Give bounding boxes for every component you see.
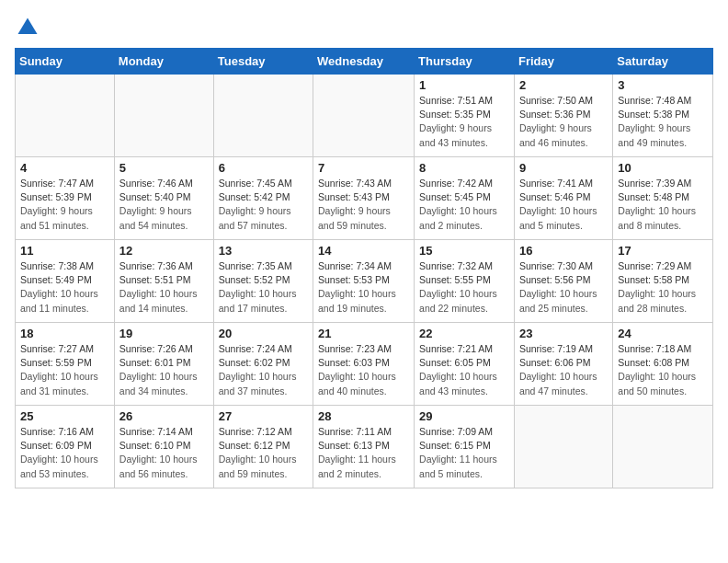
day-number: 22 (419, 327, 509, 340)
day-number: 17 (618, 244, 708, 258)
day-info: Sunrise: 7:41 AMSunset: 5:46 PMDaylight:… (519, 177, 608, 233)
day-info: Sunrise: 7:51 AMSunset: 5:35 PMDaylight:… (419, 94, 509, 150)
day-number: 21 (318, 327, 409, 340)
day-number: 29 (419, 409, 509, 423)
day-number: 18 (20, 327, 109, 340)
day-number: 1 (419, 78, 509, 92)
weekday-header-friday: Friday (514, 49, 612, 75)
calendar-cell: 16Sunrise: 7:30 AMSunset: 5:56 PMDayligh… (514, 240, 612, 323)
day-number: 4 (20, 161, 109, 175)
weekday-header-row: SundayMondayTuesdayWednesdayThursdayFrid… (16, 49, 713, 75)
day-number: 27 (219, 409, 308, 423)
day-number: 14 (318, 244, 409, 258)
day-number: 15 (419, 244, 509, 258)
calendar-cell: 21Sunrise: 7:23 AMSunset: 6:03 PMDayligh… (313, 323, 415, 406)
calendar-cell: 15Sunrise: 7:32 AMSunset: 5:55 PMDayligh… (415, 240, 515, 323)
day-number: 3 (618, 78, 708, 92)
calendar-cell: 1Sunrise: 7:51 AMSunset: 5:35 PMDaylight… (415, 75, 515, 157)
day-info: Sunrise: 7:39 AMSunset: 5:48 PMDaylight:… (618, 177, 708, 233)
day-info: Sunrise: 7:35 AMSunset: 5:52 PMDaylight:… (219, 259, 308, 316)
day-info: Sunrise: 7:27 AMSunset: 5:59 PMDaylight:… (20, 342, 109, 398)
svg-marker-0 (18, 18, 38, 35)
calendar-cell: 4Sunrise: 7:47 AMSunset: 5:39 PMDaylight… (16, 157, 115, 240)
day-info: Sunrise: 7:47 AMSunset: 5:39 PMDaylight:… (20, 177, 109, 233)
logo (15, 15, 44, 40)
day-info: Sunrise: 7:24 AMSunset: 6:02 PMDaylight:… (219, 342, 308, 398)
calendar-cell: 19Sunrise: 7:26 AMSunset: 6:01 PMDayligh… (114, 323, 213, 406)
day-info: Sunrise: 7:36 AMSunset: 5:51 PMDaylight:… (119, 259, 209, 316)
calendar-cell: 27Sunrise: 7:12 AMSunset: 6:12 PMDayligh… (213, 406, 313, 488)
day-number: 12 (119, 244, 209, 258)
calendar-cell (514, 406, 612, 488)
calendar-cell: 18Sunrise: 7:27 AMSunset: 5:59 PMDayligh… (16, 323, 115, 406)
day-number: 28 (318, 409, 409, 423)
day-number: 13 (219, 244, 308, 258)
day-number: 5 (119, 161, 209, 175)
weekday-header-tuesday: Tuesday (213, 49, 313, 75)
calendar-cell: 24Sunrise: 7:18 AMSunset: 6:08 PMDayligh… (613, 323, 713, 406)
day-number: 25 (20, 409, 109, 423)
weekday-header-sunday: Sunday (16, 49, 115, 75)
week-row-3: 11Sunrise: 7:38 AMSunset: 5:49 PMDayligh… (16, 240, 713, 323)
weekday-header-wednesday: Wednesday (313, 49, 415, 75)
calendar-cell (213, 75, 313, 157)
calendar-cell: 2Sunrise: 7:50 AMSunset: 5:36 PMDaylight… (514, 75, 612, 157)
day-number: 16 (519, 244, 608, 258)
calendar-cell: 10Sunrise: 7:39 AMSunset: 5:48 PMDayligh… (613, 157, 713, 240)
day-info: Sunrise: 7:34 AMSunset: 5:53 PMDaylight:… (318, 259, 409, 316)
day-info: Sunrise: 7:43 AMSunset: 5:43 PMDaylight:… (318, 177, 409, 233)
calendar-cell: 23Sunrise: 7:19 AMSunset: 6:06 PMDayligh… (514, 323, 612, 406)
calendar-cell: 28Sunrise: 7:11 AMSunset: 6:13 PMDayligh… (313, 406, 415, 488)
calendar-cell: 3Sunrise: 7:48 AMSunset: 5:38 PMDaylight… (613, 75, 713, 157)
week-row-2: 4Sunrise: 7:47 AMSunset: 5:39 PMDaylight… (16, 157, 713, 240)
day-info: Sunrise: 7:16 AMSunset: 6:09 PMDaylight:… (20, 425, 109, 481)
week-row-5: 25Sunrise: 7:16 AMSunset: 6:09 PMDayligh… (16, 406, 713, 488)
day-info: Sunrise: 7:46 AMSunset: 5:40 PMDaylight:… (119, 177, 209, 233)
day-number: 24 (618, 327, 708, 340)
page-header (15, 15, 713, 40)
calendar-cell: 7Sunrise: 7:43 AMSunset: 5:43 PMDaylight… (313, 157, 415, 240)
calendar-cell: 11Sunrise: 7:38 AMSunset: 5:49 PMDayligh… (16, 240, 115, 323)
calendar-cell: 5Sunrise: 7:46 AMSunset: 5:40 PMDaylight… (114, 157, 213, 240)
day-info: Sunrise: 7:26 AMSunset: 6:01 PMDaylight:… (119, 342, 209, 398)
day-info: Sunrise: 7:29 AMSunset: 5:58 PMDaylight:… (618, 259, 708, 316)
day-info: Sunrise: 7:32 AMSunset: 5:55 PMDaylight:… (419, 259, 509, 316)
weekday-header-thursday: Thursday (415, 49, 515, 75)
calendar-cell (313, 75, 415, 157)
day-number: 26 (119, 409, 209, 423)
weekday-header-saturday: Saturday (613, 49, 713, 75)
calendar-table: SundayMondayTuesdayWednesdayThursdayFrid… (15, 48, 713, 488)
day-info: Sunrise: 7:30 AMSunset: 5:56 PMDaylight:… (519, 259, 608, 316)
day-number: 8 (419, 161, 509, 175)
day-number: 11 (20, 244, 109, 258)
day-info: Sunrise: 7:50 AMSunset: 5:36 PMDaylight:… (519, 94, 608, 150)
day-info: Sunrise: 7:42 AMSunset: 5:45 PMDaylight:… (419, 177, 509, 233)
day-info: Sunrise: 7:45 AMSunset: 5:42 PMDaylight:… (219, 177, 308, 233)
day-info: Sunrise: 7:14 AMSunset: 6:10 PMDaylight:… (119, 425, 209, 481)
day-number: 7 (318, 161, 409, 175)
calendar-cell: 8Sunrise: 7:42 AMSunset: 5:45 PMDaylight… (415, 157, 515, 240)
calendar-cell: 12Sunrise: 7:36 AMSunset: 5:51 PMDayligh… (114, 240, 213, 323)
day-info: Sunrise: 7:38 AMSunset: 5:49 PMDaylight:… (20, 259, 109, 316)
day-number: 10 (618, 161, 708, 175)
week-row-4: 18Sunrise: 7:27 AMSunset: 5:59 PMDayligh… (16, 323, 713, 406)
day-info: Sunrise: 7:18 AMSunset: 6:08 PMDaylight:… (618, 342, 708, 398)
calendar-cell: 6Sunrise: 7:45 AMSunset: 5:42 PMDaylight… (213, 157, 313, 240)
calendar-cell: 22Sunrise: 7:21 AMSunset: 6:05 PMDayligh… (415, 323, 515, 406)
calendar-cell: 13Sunrise: 7:35 AMSunset: 5:52 PMDayligh… (213, 240, 313, 323)
weekday-header-monday: Monday (114, 49, 213, 75)
day-number: 6 (219, 161, 308, 175)
calendar-cell: 14Sunrise: 7:34 AMSunset: 5:53 PMDayligh… (313, 240, 415, 323)
day-info: Sunrise: 7:11 AMSunset: 6:13 PMDaylight:… (318, 425, 409, 481)
logo-icon (15, 15, 40, 40)
day-number: 19 (119, 327, 209, 340)
day-number: 9 (519, 161, 608, 175)
week-row-1: 1Sunrise: 7:51 AMSunset: 5:35 PMDaylight… (16, 75, 713, 157)
calendar-cell: 20Sunrise: 7:24 AMSunset: 6:02 PMDayligh… (213, 323, 313, 406)
calendar-cell: 17Sunrise: 7:29 AMSunset: 5:58 PMDayligh… (613, 240, 713, 323)
calendar-cell: 26Sunrise: 7:14 AMSunset: 6:10 PMDayligh… (114, 406, 213, 488)
calendar-cell: 25Sunrise: 7:16 AMSunset: 6:09 PMDayligh… (16, 406, 115, 488)
day-info: Sunrise: 7:48 AMSunset: 5:38 PMDaylight:… (618, 94, 708, 150)
calendar-cell (114, 75, 213, 157)
day-info: Sunrise: 7:21 AMSunset: 6:05 PMDaylight:… (419, 342, 509, 398)
